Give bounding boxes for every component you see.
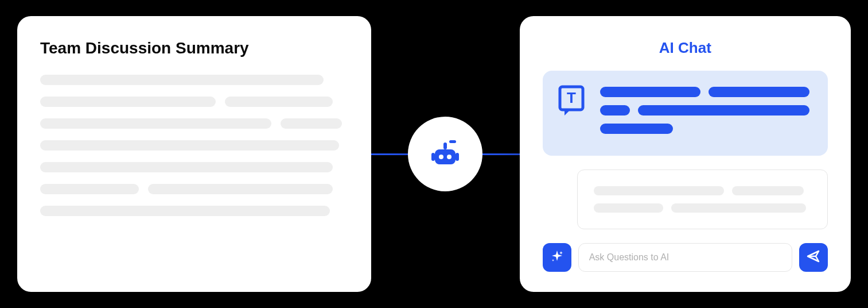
skeleton-line — [40, 162, 333, 172]
user-bar — [594, 203, 663, 213]
svg-rect-6 — [456, 153, 459, 161]
skeleton-line — [40, 184, 139, 194]
skeleton-line — [40, 206, 330, 216]
sparkle-button[interactable] — [543, 243, 571, 272]
skeleton-line — [40, 97, 216, 107]
skeleton-line — [40, 118, 271, 129]
ai-bar — [600, 124, 673, 134]
svg-rect-3 — [443, 143, 447, 149]
chat-input-row — [543, 243, 828, 272]
connector — [371, 153, 520, 155]
skeleton-line — [281, 118, 342, 129]
chat-title: AI Chat — [543, 39, 828, 57]
summary-card: Team Discussion Summary — [17, 16, 371, 292]
ai-bar — [709, 87, 809, 97]
ai-bar — [638, 105, 809, 116]
send-button[interactable] — [799, 243, 828, 272]
skeleton-line — [40, 140, 339, 151]
chat-input[interactable] — [578, 243, 792, 272]
svg-rect-0 — [435, 149, 456, 164]
text-avatar-icon: T — [556, 84, 589, 117]
ai-message: T — [543, 71, 828, 156]
summary-skeleton — [40, 75, 348, 216]
user-bar — [594, 186, 725, 195]
svg-rect-4 — [449, 140, 456, 143]
ai-bar — [600, 87, 700, 97]
robot-badge — [408, 117, 482, 191]
ai-bar — [600, 105, 630, 116]
skeleton-line — [225, 97, 333, 107]
user-bar — [671, 203, 806, 213]
summary-title: Team Discussion Summary — [40, 39, 348, 57]
sparkle-icon — [550, 249, 564, 265]
ai-message-content — [600, 84, 814, 142]
skeleton-line — [148, 184, 333, 194]
user-bar — [732, 186, 804, 195]
robot-icon — [427, 134, 464, 174]
svg-text:T: T — [567, 89, 576, 106]
connector-line — [371, 153, 408, 155]
send-icon — [806, 249, 821, 266]
chat-card: AI Chat T — [520, 16, 851, 292]
svg-rect-5 — [431, 153, 435, 161]
svg-point-2 — [447, 155, 451, 159]
skeleton-line — [40, 75, 324, 85]
user-message — [577, 170, 828, 229]
svg-point-1 — [439, 155, 443, 159]
connector-line — [482, 153, 519, 155]
